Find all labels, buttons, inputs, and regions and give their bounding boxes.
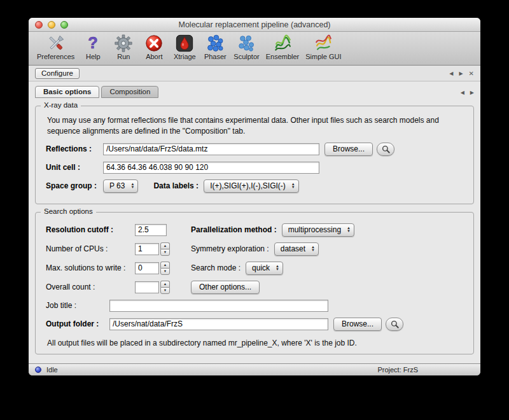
spinner-down-icon[interactable]: ▼ (160, 268, 170, 275)
search-mode-label: Search mode : (191, 263, 241, 272)
cpus-input[interactable] (135, 243, 159, 255)
job-title-row: Job title : (46, 300, 463, 312)
job-title-input[interactable] (109, 300, 328, 312)
spinner-up-icon[interactable]: ▲ (160, 281, 170, 288)
overall-count-row: Overall count : ▲ ▼ Other options... (46, 281, 463, 294)
titlebar[interactable]: Molecular replacement pipeline (advanced… (29, 18, 480, 32)
popup-arrows-icon: ▲▼ (347, 227, 351, 233)
status-bar: Idle Project: FrzS (29, 363, 480, 375)
toolbar-label: Simple GUI (305, 53, 341, 60)
tab-close-icon[interactable]: ✕ (469, 70, 474, 77)
space-group-value: P 63 (109, 181, 125, 190)
toolbar-button-sculptor[interactable]: Sculptor (230, 34, 262, 60)
search-group-title: Search options (41, 207, 96, 215)
magnifier-icon (390, 319, 400, 329)
svg-text:?: ? (88, 34, 98, 52)
cpus-row: Number of CPUs : ▲ ▼ Symmetry exploratio… (46, 242, 463, 256)
cpus-stepper: ▲ ▼ (160, 242, 170, 256)
max-solutions-input[interactable] (135, 262, 159, 274)
output-folder-label: Output folder : (46, 319, 109, 328)
max-solutions-stepper: ▲ ▼ (160, 262, 170, 275)
parallelization-select[interactable]: multiprocessing ▲▼ (282, 223, 354, 237)
reflections-browse-button[interactable]: Browse... (324, 143, 373, 156)
reflections-row: Reflections : Browse... (46, 143, 463, 156)
parallelization-label: Parallelization method : (191, 225, 277, 234)
spinner-up-icon[interactable]: ▲ (160, 242, 170, 249)
toolbar-label: Run (117, 53, 130, 60)
sculptor-icon (237, 34, 256, 53)
resolution-cutoff-label: Resolution cutoff : (46, 225, 135, 234)
search-options-group: Search options Resolution cutoff : Paral… (35, 212, 474, 354)
sub-tab-nav: ◀ ▶ (461, 90, 474, 98)
toolbar-button-phaser[interactable]: Phaser (200, 34, 230, 60)
tab-prev-icon[interactable]: ◀ (449, 71, 453, 76)
space-group-select[interactable]: P 63 ▲▼ (103, 179, 138, 193)
toolbar-label: Help (86, 53, 101, 60)
symmetry-select[interactable]: dataset ▲▼ (274, 242, 319, 256)
tab-composition[interactable]: Composition (101, 86, 158, 98)
toolbar-button-preferences[interactable]: Preferences (34, 34, 78, 60)
run-icon (114, 34, 133, 53)
toolbar-button-run[interactable]: Run (108, 34, 139, 60)
popup-arrows-icon: ▲▼ (130, 183, 134, 189)
data-labels-value: I(+),SIGI(+),I(-),SIGI(-) (210, 181, 286, 190)
sub-tab-bar: Basic options Composition ◀ ▶ (29, 83, 480, 98)
data-labels-label: Data labels : (153, 181, 199, 190)
xray-group-title: X-ray data (41, 101, 81, 109)
max-solutions-label: Max. solutions to write : (46, 263, 135, 272)
help-icon: ? (83, 34, 102, 53)
other-options-button[interactable]: Other options... (191, 281, 260, 294)
reflections-input[interactable] (103, 143, 319, 155)
toolbar-label: Xtriage (174, 53, 196, 60)
tab-basic-options[interactable]: Basic options (35, 86, 99, 98)
popup-arrows-icon: ▲▼ (291, 183, 295, 189)
tab-next-icon[interactable]: ▶ (459, 71, 463, 76)
output-folder-view-button[interactable] (386, 318, 403, 331)
data-labels-select[interactable]: I(+),SIGI(+),I(-),SIGI(-) ▲▼ (204, 179, 299, 193)
space-group-row: Space group : P 63 ▲▼ Data labels : I(+)… (46, 179, 463, 193)
phaser-icon (206, 34, 225, 53)
output-folder-input[interactable] (109, 318, 328, 330)
minimize-window-button[interactable] (48, 21, 55, 29)
toolbar-label: Ensembler (266, 53, 300, 60)
toolbar-button-simple-gui[interactable]: Simple GUI (302, 34, 344, 60)
max-solutions-row: Max. solutions to write : ▲ ▼ Search mod… (46, 262, 463, 275)
spinner-up-icon[interactable]: ▲ (160, 262, 170, 269)
unit-cell-label: Unit cell : (46, 163, 103, 172)
overall-count-input[interactable] (135, 281, 159, 293)
spinner-down-icon[interactable]: ▼ (160, 287, 170, 294)
toolbar-button-abort[interactable]: Abort (139, 34, 169, 60)
toolbar-label: Sculptor (234, 53, 259, 60)
zoom-window-button[interactable] (60, 21, 68, 29)
parallelization-value: multiprocessing (288, 225, 341, 234)
reflections-view-button[interactable] (377, 143, 394, 156)
search-mode-select[interactable]: quick ▲▼ (246, 262, 283, 275)
unit-cell-input[interactable] (103, 162, 319, 174)
spinner-down-icon[interactable]: ▼ (160, 249, 170, 256)
popup-arrows-icon: ▲▼ (311, 246, 315, 252)
preferences-icon (46, 34, 66, 53)
resolution-row: Resolution cutoff : Parallelization meth… (46, 223, 463, 237)
unit-cell-row: Unit cell : (46, 162, 463, 174)
output-folder-browse-button[interactable]: Browse... (333, 318, 382, 331)
resolution-cutoff-input[interactable] (135, 224, 167, 236)
main-tab-bar: Configure ◀ ▶ ✕ (29, 66, 480, 81)
xtriage-icon (175, 34, 194, 53)
toolbar-button-xtriage[interactable]: Xtriage (169, 34, 200, 60)
toolbar-button-ensembler[interactable]: Ensembler (263, 34, 303, 60)
close-window-button[interactable] (35, 21, 43, 29)
overall-count-label: Overall count : (46, 283, 135, 291)
subtab-next-icon[interactable]: ▶ (470, 90, 474, 95)
status-indicator-icon (35, 367, 41, 373)
app-window: Molecular replacement pipeline (advanced… (29, 18, 480, 375)
tab-nav: ◀ ▶ ✕ (449, 70, 474, 77)
tab-configure[interactable]: Configure (35, 68, 80, 79)
cpus-label: Number of CPUs : (46, 244, 135, 253)
toolbar-button-help[interactable]: ? Help (78, 34, 108, 60)
job-title-label: Job title : (46, 301, 109, 310)
ensembler-icon (273, 34, 292, 53)
toolbar-label: Abort (146, 53, 162, 60)
subtab-prev-icon[interactable]: ◀ (461, 90, 464, 95)
abort-icon (144, 34, 164, 53)
output-folder-row: Output folder : Browse... (46, 318, 463, 331)
